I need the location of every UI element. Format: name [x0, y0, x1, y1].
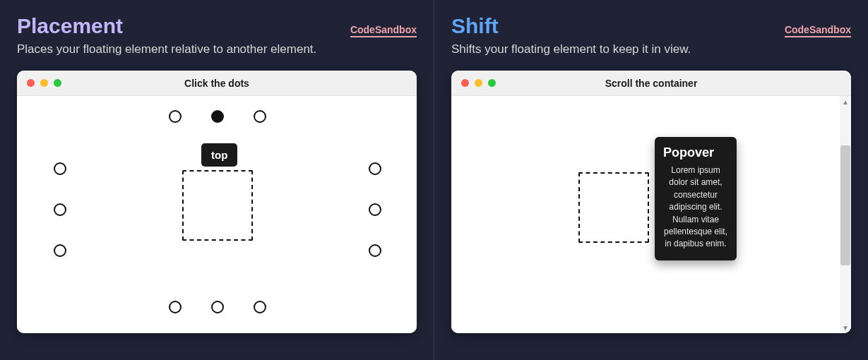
placement-reference-box — [182, 170, 253, 241]
placement-panel: Placement CodeSandbox Places your floati… — [0, 0, 434, 360]
placement-tooltip: top — [201, 143, 237, 167]
placement-dot-right[interactable] — [369, 203, 381, 216]
placement-demo-body: top — [17, 96, 417, 333]
placement-dot-right-start[interactable] — [369, 162, 381, 175]
shift-panel: Shift CodeSandbox Shifts your floating e… — [434, 0, 868, 360]
window-traffic-lights — [27, 79, 61, 87]
popover-body: Lorem ipsum dolor sit amet, consectetur … — [663, 164, 728, 251]
shift-demo-body[interactable]: Popover Lorem ipsum dolor sit amet, cons… — [451, 96, 851, 333]
placement-dot-left-end[interactable] — [54, 244, 66, 257]
shift-title: Shift — [451, 14, 499, 38]
placement-dot-left[interactable] — [54, 203, 66, 216]
shift-codesandbox-link[interactable]: CodeSandbox — [785, 24, 851, 37]
placement-dot-top-start[interactable] — [169, 110, 182, 123]
shift-window-title: Scroll the container — [605, 78, 698, 89]
shift-demo-window: Scroll the container Popover Lorem ipsum… — [451, 71, 851, 333]
traffic-light-close-icon — [27, 79, 35, 87]
traffic-light-zoom-icon — [54, 79, 61, 87]
placement-demo-window: Click the dots top — [17, 71, 417, 333]
traffic-light-minimize-icon — [475, 79, 482, 87]
placement-dot-bottom-end[interactable] — [254, 301, 266, 313]
scrollbar-arrow-down-icon[interactable]: ▼ — [840, 322, 851, 333]
traffic-light-zoom-icon — [488, 79, 496, 87]
placement-window-title: Click the dots — [184, 78, 249, 89]
placement-codesandbox-link[interactable]: CodeSandbox — [350, 24, 417, 37]
window-traffic-lights — [461, 79, 496, 87]
placement-dot-top[interactable] — [211, 110, 224, 123]
popover-title: Popover — [663, 145, 728, 160]
placement-dot-right-end[interactable] — [369, 244, 381, 257]
placement-window-titlebar: Click the dots — [17, 71, 417, 96]
placement-dot-left-start[interactable] — [54, 162, 66, 175]
placement-subtitle: Places your floating element relative to… — [17, 42, 417, 56]
scrollbar-arrow-up-icon[interactable]: ▲ — [840, 96, 851, 107]
placement-header: Placement CodeSandbox — [17, 14, 417, 38]
shift-subtitle: Shifts your floating element to keep it … — [451, 42, 851, 56]
placement-dot-bottom-start[interactable] — [169, 301, 182, 313]
shift-window-titlebar: Scroll the container — [451, 71, 851, 96]
shift-scrollbar-track[interactable]: ▲ ▼ — [840, 96, 851, 333]
shift-header: Shift CodeSandbox — [451, 14, 851, 38]
traffic-light-minimize-icon — [40, 79, 48, 87]
shift-popover: Popover Lorem ipsum dolor sit amet, cons… — [655, 137, 737, 260]
traffic-light-close-icon — [461, 79, 469, 87]
placement-tooltip-label: top — [211, 149, 227, 161]
shift-reference-box — [578, 172, 649, 243]
placement-dot-top-end[interactable] — [254, 110, 266, 123]
shift-scrollbar-thumb[interactable] — [840, 145, 850, 265]
placement-title: Placement — [17, 14, 123, 38]
placement-dot-bottom[interactable] — [211, 301, 224, 313]
